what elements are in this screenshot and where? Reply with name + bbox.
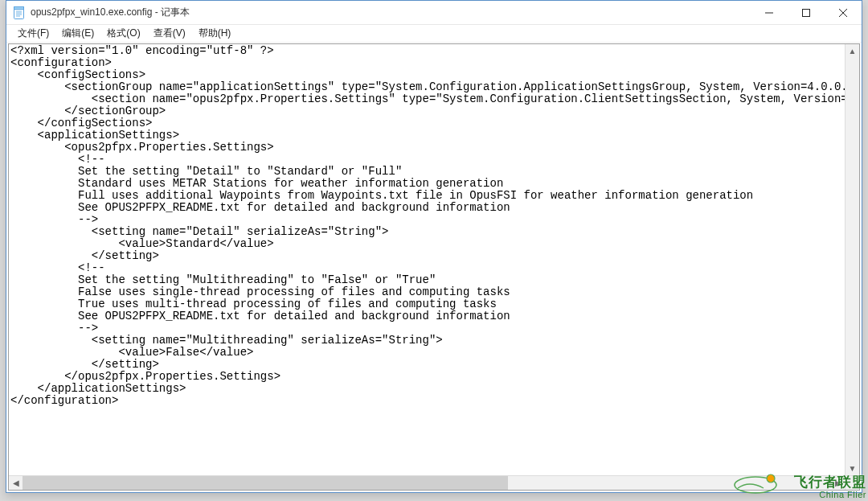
window-title: opus2pfpx_win10.exe.config - 记事本 bbox=[31, 6, 190, 19]
editor-frame: <?xml version="1.0" encoding="utf-8" ?> … bbox=[8, 43, 860, 491]
scroll-left-icon[interactable]: ◀ bbox=[9, 476, 23, 490]
menu-help[interactable]: 帮助(H) bbox=[192, 25, 238, 42]
menubar: 文件(F) 编辑(E) 格式(O) 查看(V) 帮助(H) bbox=[6, 25, 862, 43]
vscroll-track[interactable] bbox=[845, 58, 859, 462]
menu-view[interactable]: 查看(V) bbox=[147, 25, 192, 42]
close-button[interactable] bbox=[825, 1, 862, 24]
scroll-up-icon[interactable]: ▲ bbox=[845, 44, 859, 58]
svg-rect-1 bbox=[14, 6, 24, 9]
scroll-right-icon[interactable]: ▶ bbox=[831, 476, 845, 490]
horizontal-scrollbar[interactable]: ◀ ▶ bbox=[9, 475, 845, 490]
minimize-button[interactable] bbox=[751, 1, 788, 24]
notepad-icon bbox=[13, 6, 26, 19]
text-area[interactable]: <?xml version="1.0" encoding="utf-8" ?> … bbox=[9, 44, 859, 475]
scroll-corner bbox=[845, 475, 859, 490]
hscroll-thumb[interactable] bbox=[23, 476, 508, 490]
svg-rect-7 bbox=[803, 9, 810, 16]
hscroll-track[interactable] bbox=[23, 476, 831, 490]
maximize-button[interactable] bbox=[788, 1, 825, 24]
titlebar[interactable]: opus2pfpx_win10.exe.config - 记事本 bbox=[6, 1, 862, 25]
notepad-window: opus2pfpx_win10.exe.config - 记事本 文件(F) 编… bbox=[6, 0, 862, 493]
scroll-down-icon[interactable]: ▼ bbox=[845, 462, 859, 475]
vertical-scrollbar[interactable]: ▲ ▼ bbox=[845, 44, 859, 475]
menu-edit[interactable]: 编辑(E) bbox=[55, 25, 100, 42]
window-controls bbox=[751, 1, 862, 24]
menu-file[interactable]: 文件(F) bbox=[11, 25, 55, 42]
menu-format[interactable]: 格式(O) bbox=[100, 25, 146, 42]
